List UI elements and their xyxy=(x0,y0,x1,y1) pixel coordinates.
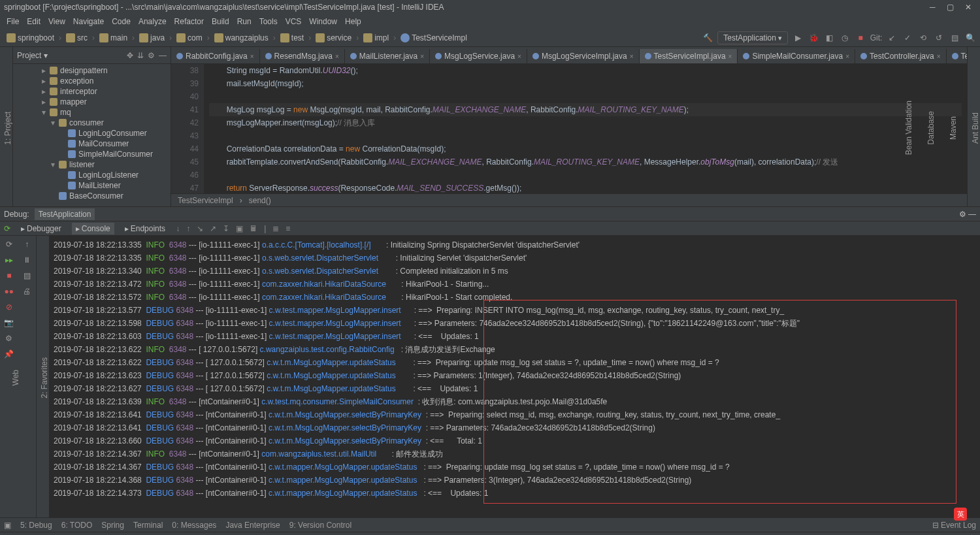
project-tree[interactable]: ▸designpattern▸exception▸interceptor▸map… xyxy=(13,64,171,206)
step-icon[interactable]: ↓ xyxy=(176,224,180,233)
tool-database[interactable]: Database xyxy=(926,111,936,144)
menu-view[interactable]: View xyxy=(44,16,69,27)
menu-vcs[interactable]: VCS xyxy=(282,16,306,27)
menu-code[interactable]: Code xyxy=(108,16,135,27)
crumb-TestServiceImpl[interactable]: TestServiceImpl xyxy=(398,32,470,44)
tree-node-mq[interactable]: ▾mq xyxy=(13,107,171,118)
bottom-tab-Terminal[interactable]: Terminal xyxy=(133,521,163,530)
tree-node-MailConsumer[interactable]: MailConsumer xyxy=(13,138,171,149)
build-icon[interactable]: 🔨 xyxy=(702,32,713,44)
step-icon[interactable]: ↘ xyxy=(197,224,203,233)
code-lines[interactable]: String msgId = RandomUtil.UUID32(); mail… xyxy=(204,64,967,193)
ime-indicator[interactable]: 英 xyxy=(954,508,967,521)
crumb-springboot[interactable]: springboot xyxy=(4,32,57,44)
crumb-method[interactable]: send() xyxy=(249,196,271,205)
bottom-tab-5--Debug[interactable]: 5: Debug xyxy=(20,521,52,530)
tab-ResendMsg.java[interactable]: ResendMsg.java× xyxy=(260,49,345,63)
print-icon[interactable]: 🖨 xyxy=(23,287,31,296)
step-icon[interactable]: ↗ xyxy=(210,224,216,233)
tab-MsgLogService.java[interactable]: MsgLogService.java× xyxy=(430,49,527,63)
step-icon[interactable]: 🖩 xyxy=(250,224,257,233)
profile-icon[interactable]: ◷ xyxy=(839,32,851,44)
search-icon[interactable]: 🔍 xyxy=(964,32,976,44)
bottom-tab-9--Version-Control[interactable]: 9: Version Control xyxy=(289,521,351,530)
camera-icon[interactable]: 📷 xyxy=(4,318,14,327)
close-tab-icon[interactable]: × xyxy=(420,53,424,60)
locate-icon[interactable]: ✥ xyxy=(127,51,133,60)
step-icon[interactable]: ↧ xyxy=(223,224,229,233)
menu-file[interactable]: File xyxy=(3,16,23,27)
tool-bean[interactable]: Bean Validation xyxy=(904,101,913,155)
bottom-tab-Spring[interactable]: Spring xyxy=(101,521,124,530)
tab-MsgLogServiceImpl.java[interactable]: MsgLogServiceImpl.java× xyxy=(527,49,640,63)
bottom-tab-0--Messages[interactable]: 0: Messages xyxy=(172,521,216,530)
pause-icon[interactable]: ⏸ xyxy=(23,255,31,265)
crumb-service[interactable]: service xyxy=(313,32,354,44)
bottom-tab-6--TODO[interactable]: 6: TODO xyxy=(61,521,93,530)
debug-hide-icon[interactable]: — xyxy=(968,210,976,219)
close-tab-icon[interactable]: × xyxy=(845,53,849,60)
run-icon[interactable]: ▶ xyxy=(792,32,804,44)
tool-web[interactable]: Web xyxy=(11,370,20,385)
tree-node-consumer[interactable]: ▾consumer xyxy=(13,118,171,128)
menu-navigate[interactable]: Navigate xyxy=(69,16,108,27)
gear-icon[interactable]: ⚙ xyxy=(148,51,155,60)
tab-RabbitConfig.java[interactable]: RabbitConfig.java× xyxy=(171,49,260,63)
menu-build[interactable]: Build xyxy=(208,16,233,27)
tool-project[interactable]: 1: Project xyxy=(3,112,12,145)
menu-edit[interactable]: Edit xyxy=(23,16,44,27)
hide-icon[interactable]: — xyxy=(159,51,167,60)
tree-node-MailListener[interactable]: MailListener xyxy=(13,180,171,191)
crumb-class[interactable]: TestServiceImpl xyxy=(178,196,233,205)
menu-tools[interactable]: Tools xyxy=(255,16,282,27)
menu-run[interactable]: Run xyxy=(233,16,255,27)
debug-tab-debugger[interactable]: ▸Debugger xyxy=(17,223,65,235)
minimize-icon[interactable]: ─ xyxy=(924,3,940,12)
structure-icon[interactable]: ▤ xyxy=(949,32,960,44)
layout-icon[interactable]: ▤ xyxy=(24,271,31,280)
settings-icon[interactable]: ⚙ xyxy=(5,334,12,343)
tree-node-SimpleMailConsumer[interactable]: SimpleMailConsumer xyxy=(13,149,171,159)
stop-button[interactable]: ■ xyxy=(7,271,11,280)
coverage-icon[interactable]: ◧ xyxy=(823,32,835,44)
resume-icon[interactable]: ▸▸ xyxy=(5,255,13,265)
vcs-update-icon[interactable]: ↙ xyxy=(886,32,898,44)
tool-maven[interactable]: Maven xyxy=(949,116,958,140)
close-tab-icon[interactable]: × xyxy=(728,53,732,60)
crumb-impl[interactable]: impl xyxy=(361,32,391,44)
crumb-test[interactable]: test xyxy=(278,32,306,44)
tab-TestService.java[interactable]: TestService.java× xyxy=(947,49,967,63)
debug-tab-console[interactable]: ▸Console xyxy=(72,223,114,235)
bottom-tab-Java-Enterprise[interactable]: Java Enterprise xyxy=(225,521,280,530)
menu-analyze[interactable]: Analyze xyxy=(135,16,171,27)
tree-node-interceptor[interactable]: ▸interceptor xyxy=(13,86,171,97)
tab-MailListener.java[interactable]: MailListener.java× xyxy=(345,49,430,63)
tree-node-designpattern[interactable]: ▸designpattern xyxy=(13,65,171,76)
stop-icon[interactable]: ■ xyxy=(855,32,866,44)
step-icon[interactable]: | xyxy=(264,224,266,233)
debug-tab-endpoints[interactable]: ▸Endpoints xyxy=(121,223,169,235)
crumb-wangzaiplus[interactable]: wangzaiplus xyxy=(212,32,271,44)
crumb-com[interactable]: com xyxy=(174,32,205,44)
collapse-icon[interactable]: ⇊ xyxy=(137,51,144,60)
vcs-commit-icon[interactable]: ✓ xyxy=(902,32,913,44)
rerun-icon[interactable]: ⟳ xyxy=(6,240,12,249)
close-icon[interactable]: ✕ xyxy=(960,3,976,12)
menu-refactor[interactable]: Refactor xyxy=(171,16,208,27)
pin-icon[interactable]: 📌 xyxy=(4,349,14,359)
vcs-revert-icon[interactable]: ↺ xyxy=(933,32,945,44)
close-tab-icon[interactable]: × xyxy=(250,53,254,60)
restart-icon[interactable]: ⟳ xyxy=(4,224,10,233)
tool-ant[interactable]: Ant Build xyxy=(971,112,980,144)
tree-node-LoginLogListener[interactable]: LoginLogListener xyxy=(13,170,171,180)
tab-TestController.java[interactable]: TestController.java× xyxy=(855,49,947,63)
menu-help[interactable]: Help xyxy=(341,16,365,27)
crumb-src[interactable]: src xyxy=(63,32,90,44)
event-log[interactable]: ⊟ Event Log xyxy=(932,521,976,530)
close-tab-icon[interactable]: × xyxy=(937,53,941,60)
run-config-select[interactable]: TestApplication ▾ xyxy=(717,31,788,44)
tree-node-BaseConsumer[interactable]: BaseConsumer xyxy=(13,191,171,201)
crumb-main[interactable]: main xyxy=(97,32,130,44)
tool-favorites[interactable]: 2: Favorites xyxy=(40,357,49,398)
debug-target[interactable]: TestApplication xyxy=(35,208,95,220)
